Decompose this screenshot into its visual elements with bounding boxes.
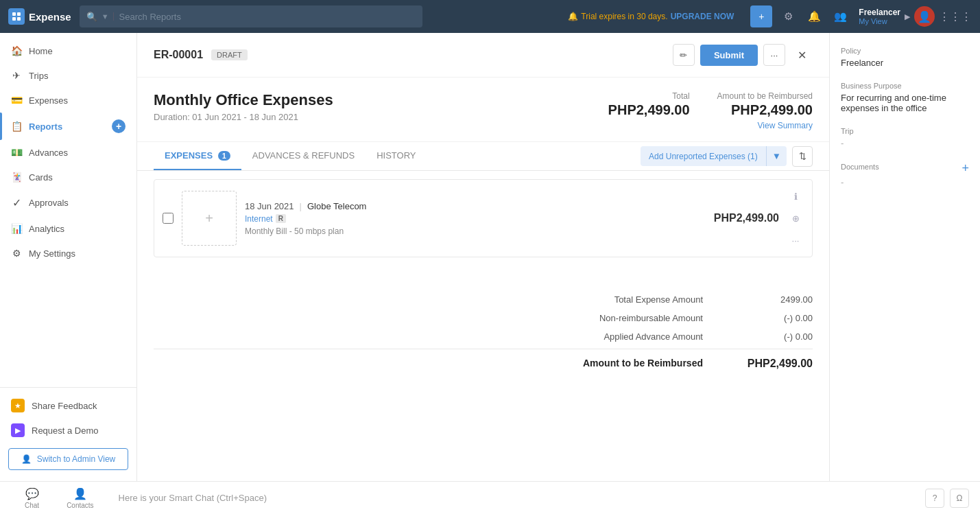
expenses-count: 1	[218, 151, 230, 161]
tab-advances[interactable]: ADVANCES & REFUNDS	[241, 142, 366, 170]
trip-label: Trip	[841, 127, 969, 135]
sidebar-item-settings[interactable]: ⚙ My Settings	[0, 241, 136, 266]
request-demo-item[interactable]: ▶ Request a Demo	[0, 418, 136, 443]
expense-checkbox[interactable]	[163, 213, 174, 224]
more-button[interactable]: ···	[763, 44, 785, 66]
close-button[interactable]: ✕	[791, 44, 813, 66]
report-title-block: Monthly Office Expenses Duration: 01 Jun…	[154, 91, 333, 122]
avatar[interactable]: 👤	[914, 6, 935, 27]
sidebar-item-cards[interactable]: 🃏 Cards	[0, 165, 136, 189]
trip-section: Trip -	[841, 127, 969, 148]
chevron-icon: ▶	[905, 12, 910, 21]
settings-icon[interactable]: ⚙	[778, 6, 798, 27]
request-demo-label: Request a Demo	[32, 425, 99, 436]
sidebar-label-advances: Advances	[29, 148, 68, 158]
svg-rect-3	[17, 17, 21, 21]
sidebar-item-trips[interactable]: ✈ Trips	[0, 63, 136, 88]
report-totals: Total PHP2,499.00 Amount to be Reimburse…	[608, 91, 813, 130]
sidebar-item-reports[interactable]: 📋 Reports +	[0, 113, 136, 140]
sidebar-label-cards: Cards	[29, 172, 53, 183]
sidebar-label-analytics: Analytics	[29, 224, 64, 234]
user-name: Freelancer	[859, 8, 900, 17]
tab-history[interactable]: HISTORY	[366, 142, 427, 170]
reimbursable-badge: R	[276, 214, 286, 223]
help-button[interactable]: ?	[925, 489, 944, 508]
chat-label: Chat	[25, 502, 39, 509]
report-duration: Duration: 01 Jun 2021 - 18 Jun 2021	[154, 112, 333, 122]
advances-icon: 💵	[11, 147, 22, 158]
expense-more-icon[interactable]: ···	[787, 232, 804, 248]
expense-amount-value: 2499.00	[744, 294, 813, 305]
reimbursed-label: Amount to be Reimbursed	[717, 91, 813, 101]
total-block: Total PHP2,499.00	[608, 91, 690, 118]
notifications-icon[interactable]: 🔔	[804, 6, 824, 27]
total-label: Total	[608, 91, 690, 101]
zd-button[interactable]: Ω	[950, 489, 969, 508]
reports-add-button[interactable]: +	[112, 119, 126, 133]
expense-actions: ℹ ⊕ ···	[787, 188, 804, 248]
add-unreported-dropdown[interactable]: ▼	[766, 146, 787, 166]
sidebar-nav: 🏠 Home ✈ Trips 💳 Expenses 📋 Reports + 💵 …	[0, 33, 136, 387]
switch-icon: 👤	[21, 454, 32, 464]
bottom-contacts[interactable]: 👤 Contacts	[53, 487, 107, 509]
sidebar: 🏠 Home ✈ Trips 💳 Expenses 📋 Reports + 💵 …	[0, 33, 137, 481]
documents-label: Documents	[841, 163, 879, 171]
expense-info-icon[interactable]: ℹ	[787, 188, 804, 205]
switch-admin-button[interactable]: 👤 Switch to Admin View	[8, 448, 128, 470]
switch-label: Switch to Admin View	[37, 454, 116, 464]
sidebar-item-expenses[interactable]: 💳 Expenses	[0, 88, 136, 113]
documents-add-button[interactable]: +	[961, 162, 969, 174]
filter-icon: ⇅	[799, 151, 806, 161]
topbar: Expense 🔍 ▼ 🔔 Trial expires in 30 days. …	[0, 0, 980, 33]
search-box[interactable]: 🔍 ▼	[80, 5, 422, 27]
business-purpose-section: Business Purpose For recurring and one-t…	[841, 82, 969, 113]
expense-amount-label: Total Expense Amount	[566, 294, 703, 305]
report-info: Monthly Office Expenses Duration: 01 Jun…	[137, 78, 829, 142]
add-unreported-group: Add Unreported Expenses (1) ▼	[641, 146, 787, 166]
submit-button[interactable]: Submit	[700, 45, 758, 66]
filter-button[interactable]: ⇅	[792, 146, 813, 167]
expense-category-link[interactable]: Internet	[245, 214, 273, 224]
documents-value: -	[841, 177, 969, 187]
sidebar-item-advances[interactable]: 💵 Advances	[0, 140, 136, 165]
non-reimbursable-value: (-) 0.00	[744, 313, 813, 323]
grid-icon[interactable]: ⋮⋮⋮	[939, 10, 972, 23]
alert-icon: 🔔	[568, 12, 578, 21]
reimbursed-block: Amount to be Reimbursed PHP2,499.00 View…	[717, 91, 813, 130]
settings-icon: ⚙	[11, 248, 22, 259]
sidebar-item-approvals[interactable]: ✓ Approvals	[0, 189, 136, 216]
chat-icon: 💬	[25, 487, 39, 500]
add-button[interactable]: +	[750, 5, 772, 27]
sidebar-item-analytics[interactable]: 📊 Analytics	[0, 216, 136, 241]
home-icon: 🏠	[11, 45, 22, 56]
expense-description: Monthly Bill - 50 mbps plan	[245, 226, 706, 236]
svg-rect-2	[12, 17, 16, 21]
upgrade-link[interactable]: UPGRADE NOW	[671, 12, 734, 21]
demo-icon: ▶	[11, 423, 25, 437]
expense-add-icon[interactable]: ⊕	[787, 210, 804, 226]
sidebar-item-home[interactable]: 🏠 Home	[0, 38, 136, 63]
expense-details: 18 Jun 2021 | Globe Telecom Internet R M…	[245, 201, 706, 236]
tab-expenses[interactable]: EXPENSES 1	[154, 142, 241, 170]
report-header: ER-00001 DRAFT ✏ Submit ··· ✕	[137, 33, 829, 78]
applied-advance-row: Applied Advance Amount (-) 0.00	[154, 327, 813, 346]
people-icon[interactable]: 👥	[830, 6, 850, 27]
separator: |	[300, 201, 302, 211]
bottom-chat[interactable]: 💬 Chat	[11, 487, 53, 509]
expense-receipt[interactable]: +	[182, 191, 237, 246]
reimbursed-total-label: Amount to be Reimbursed	[566, 358, 703, 370]
app-logo: Expense	[8, 8, 71, 25]
status-badge: DRAFT	[211, 49, 248, 60]
report-id: ER-00001	[154, 49, 203, 61]
expense-category: Internet R	[245, 214, 706, 224]
view-summary-link[interactable]: View Summary	[717, 121, 813, 130]
search-input[interactable]	[119, 12, 416, 22]
non-reimbursable-row: Non-reimbursable Amount (-) 0.00	[154, 309, 813, 327]
svg-rect-0	[12, 12, 16, 16]
edit-button[interactable]: ✏	[673, 44, 695, 66]
reimbursed-amount: PHP2,499.00	[717, 102, 813, 118]
trip-value: -	[841, 138, 969, 148]
share-feedback-item[interactable]: ★ Share Feedback	[0, 393, 136, 418]
add-unreported-button[interactable]: Add Unreported Expenses (1)	[641, 146, 766, 166]
smart-chat-placeholder[interactable]: Here is your Smart Chat (Ctrl+Space)	[108, 493, 925, 503]
